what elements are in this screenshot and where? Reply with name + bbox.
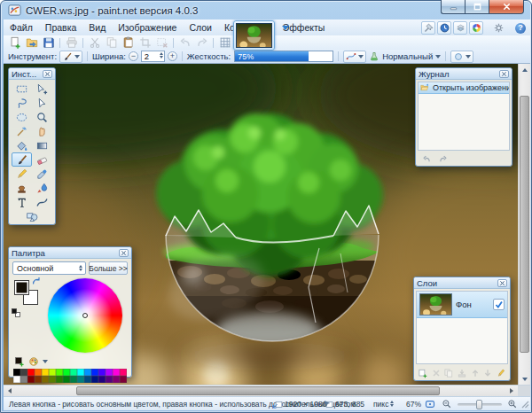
tool-magic-wand[interactable] xyxy=(12,124,32,138)
hardness-slider[interactable]: 75% xyxy=(234,51,333,62)
tool-pan-tool[interactable] xyxy=(32,124,52,138)
color-wheel[interactable] xyxy=(48,278,122,353)
antialiasing-dropdown[interactable] xyxy=(450,51,473,63)
palette-swatch[interactable] xyxy=(13,369,20,376)
palette-swatch[interactable] xyxy=(70,369,77,376)
layer-visibility-checkbox[interactable] xyxy=(493,299,505,310)
primary-color-swatch[interactable] xyxy=(14,280,29,295)
layers-window-toggle[interactable] xyxy=(453,21,467,35)
layer-item[interactable]: Фон xyxy=(417,292,507,318)
tool-paint-bucket[interactable] xyxy=(12,138,32,152)
scroll-right-icon[interactable] xyxy=(505,386,517,396)
tool-line-curve[interactable] xyxy=(32,195,52,209)
palette-swatch[interactable] xyxy=(120,369,127,376)
palette-swatch[interactable] xyxy=(49,369,56,376)
palette-swatch[interactable] xyxy=(98,369,106,376)
scroll-down-icon[interactable] xyxy=(519,373,530,385)
add-layer-button[interactable] xyxy=(417,367,429,379)
palette-swatch[interactable] xyxy=(63,376,70,383)
pixel-grid-button[interactable] xyxy=(216,36,233,50)
palette-swatch[interactable] xyxy=(20,376,27,383)
save-file-button[interactable] xyxy=(40,36,57,50)
undo-button[interactable] xyxy=(176,36,193,50)
tool-text-tool[interactable] xyxy=(12,195,32,209)
new-file-button[interactable] xyxy=(6,36,23,50)
tool-paintbrush[interactable] xyxy=(12,152,32,167)
tools-panel-close-button[interactable] xyxy=(43,70,52,78)
palette-swatch[interactable] xyxy=(77,369,84,376)
width-increase-button[interactable]: + xyxy=(168,51,177,61)
history-item[interactable]: Открыть изображение xyxy=(419,82,509,94)
palette-swatch[interactable] xyxy=(27,369,35,376)
tool-pencil[interactable] xyxy=(12,167,32,181)
maximize-button[interactable] xyxy=(465,0,489,14)
palette-swatch[interactable] xyxy=(106,369,113,376)
tool-eraser[interactable] xyxy=(32,152,52,167)
palette-swatch[interactable] xyxy=(120,376,127,383)
layers-panel-titlebar[interactable]: Слои xyxy=(414,277,510,289)
vertical-scrollbar-thumb[interactable] xyxy=(520,96,529,353)
units-dropdown[interactable]: пикс xyxy=(373,398,394,409)
image-list-chevron-icon[interactable] xyxy=(282,26,289,30)
move-layer-up-button[interactable] xyxy=(469,367,481,379)
history-redo-button[interactable] xyxy=(437,154,450,165)
tool-rectangle-select[interactable] xyxy=(12,82,32,96)
palette-swatch[interactable] xyxy=(42,376,49,383)
horizontal-scrollbar[interactable] xyxy=(4,385,530,396)
tool-clone-stamp[interactable] xyxy=(12,181,32,195)
history-window-toggle[interactable] xyxy=(437,21,451,35)
tool-ellipse-select[interactable] xyxy=(12,110,32,124)
tool-gradient-tool[interactable] xyxy=(32,138,52,152)
palette-presets-icon[interactable] xyxy=(28,356,39,367)
palette-swatch[interactable] xyxy=(91,376,98,383)
tools-window-toggle[interactable] xyxy=(421,21,435,35)
palette-swatch[interactable] xyxy=(113,369,120,376)
palette-swatch[interactable] xyxy=(56,376,63,383)
history-panel-close-button[interactable] xyxy=(499,70,509,78)
width-decrease-button[interactable]: − xyxy=(129,51,138,61)
menu-edit[interactable]: Правка xyxy=(39,22,82,33)
horizontal-scrollbar-thumb[interactable] xyxy=(76,386,440,395)
zoom-slider-thumb[interactable] xyxy=(476,400,482,409)
palette-swatch[interactable] xyxy=(35,376,42,383)
palette-swatch[interactable] xyxy=(84,376,91,383)
move-layer-down-button[interactable] xyxy=(482,367,495,379)
reset-colors-icon[interactable] xyxy=(12,308,20,317)
palette-presets-chevron-icon[interactable] xyxy=(43,360,48,363)
scroll-left-icon[interactable] xyxy=(4,386,15,396)
menu-layers[interactable]: Слои xyxy=(183,22,218,33)
tools-panel-titlebar[interactable]: Инст... xyxy=(9,68,55,80)
paste-button[interactable] xyxy=(120,36,137,50)
title-bar[interactable]: CWER.ws.jpg - paint.net версия 4.0.3 xyxy=(1,1,531,19)
add-color-icon[interactable] xyxy=(14,356,25,367)
color-wheel-marker[interactable] xyxy=(82,313,88,318)
palette-swatch[interactable] xyxy=(70,376,77,383)
tool-move-selection[interactable] xyxy=(32,96,52,110)
history-undo-button[interactable] xyxy=(420,154,433,165)
tool-move-selected-pixels[interactable] xyxy=(32,82,52,96)
width-input[interactable]: 2 xyxy=(141,51,165,62)
palette-swatch[interactable] xyxy=(77,376,84,383)
palette-swatch[interactable] xyxy=(35,369,42,376)
resize-grip[interactable] xyxy=(521,401,529,410)
history-panel-titlebar[interactable]: Журнал xyxy=(416,68,512,80)
image-tab[interactable] xyxy=(233,20,275,51)
redo-button[interactable] xyxy=(193,36,210,50)
color-target-select[interactable]: Основной xyxy=(12,261,86,275)
duplicate-layer-button[interactable] xyxy=(442,367,455,379)
scroll-up-icon[interactable] xyxy=(519,64,530,75)
menu-view[interactable]: Вид xyxy=(82,22,112,33)
palette-swatch[interactable] xyxy=(63,369,70,376)
palette-swatch[interactable] xyxy=(91,369,98,376)
palette-swatch[interactable] xyxy=(113,376,120,383)
tool-zoom-tool[interactable] xyxy=(32,110,52,124)
palette-swatch[interactable] xyxy=(42,369,49,376)
zoom-slider[interactable] xyxy=(458,403,502,406)
settings-button[interactable] xyxy=(491,21,505,35)
print-button[interactable] xyxy=(63,36,80,50)
palette-more-button[interactable]: Больше >> xyxy=(89,261,128,275)
vertical-scrollbar[interactable] xyxy=(518,64,530,385)
colors-window-toggle[interactable] xyxy=(469,21,483,35)
palette-swatch[interactable] xyxy=(27,376,35,383)
tool-shapes[interactable] xyxy=(12,209,52,223)
